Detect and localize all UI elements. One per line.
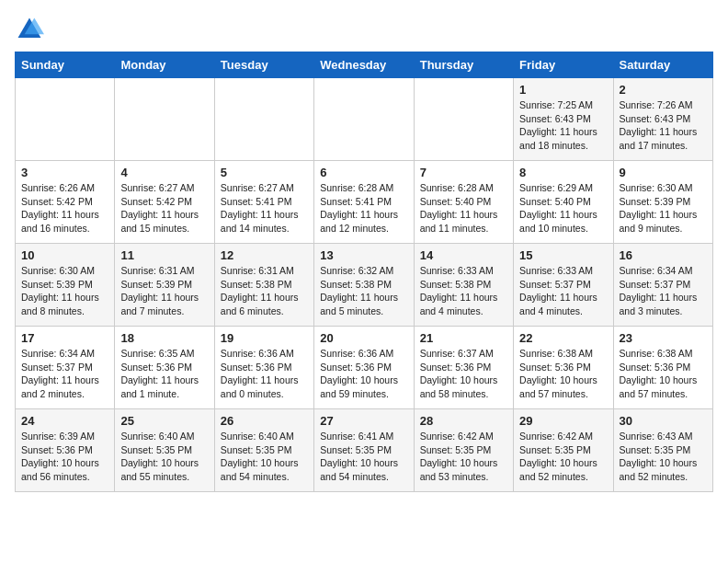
day-info: Sunrise: 7:25 AM Sunset: 6:43 PM Dayligh… [519, 98, 607, 153]
day-number: 30 [620, 414, 707, 428]
day-number: 2 [620, 83, 707, 97]
day-info: Sunrise: 6:30 AM Sunset: 5:39 PM Dayligh… [620, 181, 707, 236]
day-info: Sunrise: 6:43 AM Sunset: 5:35 PM Dayligh… [620, 430, 707, 484]
day-info: Sunrise: 7:26 AM Sunset: 6:43 PM Dayligh… [620, 98, 707, 153]
day-number: 27 [320, 414, 407, 428]
day-info: Sunrise: 6:40 AM Sunset: 5:35 PM Dayligh… [221, 430, 308, 484]
day-info: Sunrise: 6:42 AM Sunset: 5:35 PM Dayligh… [519, 430, 607, 484]
day-number: 25 [120, 414, 208, 428]
day-info: Sunrise: 6:31 AM Sunset: 5:39 PM Dayligh… [120, 264, 208, 318]
day-number: 19 [221, 331, 308, 345]
calendar-cell: 14Sunrise: 6:33 AM Sunset: 5:38 PM Dayli… [414, 244, 513, 327]
day-info: Sunrise: 6:42 AM Sunset: 5:35 PM Dayligh… [420, 430, 507, 484]
day-number: 24 [21, 414, 108, 428]
day-info: Sunrise: 6:26 AM Sunset: 5:42 PM Dayligh… [21, 181, 108, 236]
day-number: 6 [320, 166, 407, 179]
calendar-header-row: SundayMondayTuesdayWednesdayThursdayFrid… [16, 52, 713, 78]
col-header-sunday: Sunday [16, 52, 115, 78]
calendar-cell: 12Sunrise: 6:31 AM Sunset: 5:38 PM Dayli… [214, 244, 313, 327]
day-info: Sunrise: 6:34 AM Sunset: 5:37 PM Dayligh… [21, 347, 108, 401]
header [15, 15, 713, 44]
day-info: Sunrise: 6:27 AM Sunset: 5:42 PM Dayligh… [120, 181, 208, 236]
day-number: 7 [420, 166, 507, 179]
calendar-cell: 27Sunrise: 6:41 AM Sunset: 5:35 PM Dayli… [314, 409, 414, 492]
day-info: Sunrise: 6:37 AM Sunset: 5:36 PM Dayligh… [420, 347, 507, 401]
calendar-cell: 7Sunrise: 6:28 AM Sunset: 5:40 PM Daylig… [414, 161, 513, 244]
calendar-cell: 21Sunrise: 6:37 AM Sunset: 5:36 PM Dayli… [414, 327, 513, 409]
calendar-cell: 16Sunrise: 6:34 AM Sunset: 5:37 PM Dayli… [613, 244, 712, 327]
calendar-body: 1Sunrise: 7:25 AM Sunset: 6:43 PM Daylig… [16, 78, 713, 492]
day-info: Sunrise: 6:36 AM Sunset: 5:36 PM Dayligh… [320, 347, 407, 401]
day-number: 17 [21, 331, 108, 345]
day-number: 11 [120, 248, 208, 262]
calendar-week-4: 17Sunrise: 6:34 AM Sunset: 5:37 PM Dayli… [16, 327, 713, 409]
day-info: Sunrise: 6:33 AM Sunset: 5:37 PM Dayligh… [519, 264, 607, 318]
calendar-cell: 1Sunrise: 7:25 AM Sunset: 6:43 PM Daylig… [514, 78, 613, 161]
day-info: Sunrise: 6:33 AM Sunset: 5:38 PM Dayligh… [420, 264, 507, 318]
day-number: 23 [620, 331, 707, 345]
calendar-cell [115, 78, 214, 161]
logo [15, 15, 48, 44]
day-number: 4 [120, 166, 208, 179]
day-number: 12 [221, 248, 308, 262]
calendar-cell: 23Sunrise: 6:38 AM Sunset: 5:36 PM Dayli… [613, 327, 712, 409]
day-info: Sunrise: 6:38 AM Sunset: 5:36 PM Dayligh… [519, 347, 607, 401]
day-number: 5 [221, 166, 308, 179]
day-number: 26 [221, 414, 308, 428]
calendar-cell: 6Sunrise: 6:28 AM Sunset: 5:41 PM Daylig… [314, 161, 414, 244]
calendar-cell: 18Sunrise: 6:35 AM Sunset: 5:36 PM Dayli… [115, 327, 214, 409]
calendar-cell [414, 78, 513, 161]
day-number: 8 [519, 166, 607, 179]
day-number: 9 [620, 166, 707, 179]
col-header-friday: Friday [514, 52, 613, 78]
calendar-cell [16, 78, 115, 161]
day-info: Sunrise: 6:39 AM Sunset: 5:36 PM Dayligh… [21, 430, 108, 484]
day-info: Sunrise: 6:35 AM Sunset: 5:36 PM Dayligh… [120, 347, 208, 401]
calendar-cell [314, 78, 414, 161]
day-number: 14 [420, 248, 507, 262]
calendar-cell: 9Sunrise: 6:30 AM Sunset: 5:39 PM Daylig… [613, 161, 712, 244]
day-info: Sunrise: 6:36 AM Sunset: 5:36 PM Dayligh… [221, 347, 308, 401]
calendar-cell: 13Sunrise: 6:32 AM Sunset: 5:38 PM Dayli… [314, 244, 414, 327]
day-info: Sunrise: 6:41 AM Sunset: 5:35 PM Dayligh… [320, 430, 407, 484]
day-info: Sunrise: 6:34 AM Sunset: 5:37 PM Dayligh… [620, 264, 707, 318]
calendar-cell: 20Sunrise: 6:36 AM Sunset: 5:36 PM Dayli… [314, 327, 414, 409]
calendar-cell: 30Sunrise: 6:43 AM Sunset: 5:35 PM Dayli… [613, 409, 712, 492]
col-header-tuesday: Tuesday [214, 52, 313, 78]
calendar-cell: 19Sunrise: 6:36 AM Sunset: 5:36 PM Dayli… [214, 327, 313, 409]
day-number: 3 [21, 166, 108, 179]
day-number: 1 [519, 83, 607, 97]
day-number: 28 [420, 414, 507, 428]
calendar-cell: 5Sunrise: 6:27 AM Sunset: 5:41 PM Daylig… [214, 161, 313, 244]
calendar-week-5: 24Sunrise: 6:39 AM Sunset: 5:36 PM Dayli… [16, 409, 713, 492]
calendar-cell [214, 78, 313, 161]
day-info: Sunrise: 6:30 AM Sunset: 5:39 PM Dayligh… [21, 264, 108, 318]
calendar-week-2: 3Sunrise: 6:26 AM Sunset: 5:42 PM Daylig… [16, 161, 713, 244]
day-info: Sunrise: 6:28 AM Sunset: 5:40 PM Dayligh… [420, 181, 507, 236]
calendar-table: SundayMondayTuesdayWednesdayThursdayFrid… [15, 52, 713, 492]
calendar-cell: 17Sunrise: 6:34 AM Sunset: 5:37 PM Dayli… [16, 327, 115, 409]
day-info: Sunrise: 6:27 AM Sunset: 5:41 PM Dayligh… [221, 181, 308, 236]
day-number: 22 [519, 331, 607, 345]
calendar-cell: 2Sunrise: 7:26 AM Sunset: 6:43 PM Daylig… [613, 78, 712, 161]
calendar-cell: 8Sunrise: 6:29 AM Sunset: 5:40 PM Daylig… [514, 161, 613, 244]
col-header-thursday: Thursday [414, 52, 513, 78]
calendar-cell: 22Sunrise: 6:38 AM Sunset: 5:36 PM Dayli… [514, 327, 613, 409]
calendar-week-3: 10Sunrise: 6:30 AM Sunset: 5:39 PM Dayli… [16, 244, 713, 327]
day-info: Sunrise: 6:32 AM Sunset: 5:38 PM Dayligh… [320, 264, 407, 318]
day-number: 29 [519, 414, 607, 428]
calendar-cell: 26Sunrise: 6:40 AM Sunset: 5:35 PM Dayli… [214, 409, 313, 492]
col-header-monday: Monday [115, 52, 214, 78]
day-info: Sunrise: 6:31 AM Sunset: 5:38 PM Dayligh… [221, 264, 308, 318]
calendar-cell: 28Sunrise: 6:42 AM Sunset: 5:35 PM Dayli… [414, 409, 513, 492]
day-info: Sunrise: 6:38 AM Sunset: 5:36 PM Dayligh… [620, 347, 707, 401]
calendar-cell: 11Sunrise: 6:31 AM Sunset: 5:39 PM Dayli… [115, 244, 214, 327]
day-number: 20 [320, 331, 407, 345]
day-info: Sunrise: 6:28 AM Sunset: 5:41 PM Dayligh… [320, 181, 407, 236]
calendar-cell: 15Sunrise: 6:33 AM Sunset: 5:37 PM Dayli… [514, 244, 613, 327]
calendar-week-1: 1Sunrise: 7:25 AM Sunset: 6:43 PM Daylig… [16, 78, 713, 161]
calendar-cell: 29Sunrise: 6:42 AM Sunset: 5:35 PM Dayli… [514, 409, 613, 492]
day-number: 18 [120, 331, 208, 345]
day-number: 21 [420, 331, 507, 345]
day-info: Sunrise: 6:29 AM Sunset: 5:40 PM Dayligh… [519, 181, 607, 236]
